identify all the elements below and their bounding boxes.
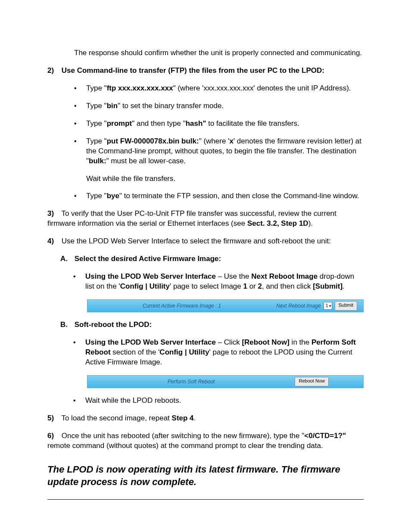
- step-2-bullet-put: Type "put FW-0000078x.bin bulk:" (where …: [74, 137, 364, 184]
- step-4b-title: Soft-reboot the LPOD:: [75, 320, 152, 329]
- step-number: 5): [47, 414, 59, 423]
- step-6: 6) Once the unit has rebooted (after swi…: [47, 431, 364, 451]
- intro-paragraph: The response should confirm whether the …: [74, 48, 364, 58]
- soft-reboot-label: Perform Soft Reboot: [87, 378, 295, 385]
- step-2-bullet-bye: Type "bye" to terminate the FTP session,…: [74, 191, 364, 201]
- step-number: 3): [47, 209, 59, 219]
- reboot-now-button[interactable]: Reboot Now: [295, 377, 329, 386]
- next-reboot-label: Next Reboot Image: [276, 302, 321, 309]
- next-reboot-select[interactable]: 1: [324, 302, 332, 310]
- step-2-heading: Use Command-line to transfer (FTP) the f…: [62, 66, 324, 75]
- step-number: 4): [47, 236, 59, 246]
- step-3: 3) To verify that the User PC-to-Unit FT…: [47, 209, 364, 229]
- step-2-bullet-bin: Type "bin" to set the binary transfer mo…: [74, 101, 364, 111]
- step-4a: A. Select the desired Active Firmware Im…: [60, 254, 364, 312]
- closing-statement: The LPOD is now operating with its lates…: [47, 463, 364, 488]
- step-4b-bullet: Using the LPOD Web Server Interface – Cl…: [73, 338, 364, 367]
- substep-letter: A.: [60, 254, 72, 264]
- substep-letter: B.: [60, 320, 72, 330]
- soft-reboot-panel: Perform Soft Reboot Reboot Now: [87, 375, 364, 388]
- submit-button[interactable]: Submit: [335, 301, 357, 311]
- step-4a-title: Select the desired Active Firmware Image…: [75, 255, 221, 263]
- step-2-bullet-prompt: Type "prompt" and then type "hash" to fa…: [74, 119, 364, 129]
- step-4b: B. Soft-reboot the LPOD: Using the LPOD …: [60, 320, 364, 406]
- step-4: 4) Use the LPOD Web Server Interface to …: [47, 236, 364, 405]
- step-2-wait-note: Wait while the file transfers.: [86, 174, 364, 184]
- step-2: 2) Use Command-line to transfer (FTP) th…: [47, 66, 364, 201]
- current-firmware-label: Current Active Firmware Image : 1: [87, 302, 276, 309]
- step-5: 5) To load the second image, repeat Step…: [47, 414, 364, 423]
- step-2-bullet-ftp: Type "ftp xxx.xxx.xxx.xxx" (where 'xxx.x…: [74, 84, 364, 93]
- document-page: The response should confirm whether the …: [0, 0, 411, 532]
- step-4b-wait: Wait while the LPOD reboots.: [73, 396, 364, 406]
- step-4a-bullet: Using the LPOD Web Server Interface – Us…: [73, 272, 364, 292]
- firmware-image-panel: Current Active Firmware Image : 1 Next R…: [87, 299, 364, 312]
- step-number: 6): [47, 431, 59, 441]
- footer-rule: [47, 499, 364, 500]
- step-number: 2): [47, 66, 59, 76]
